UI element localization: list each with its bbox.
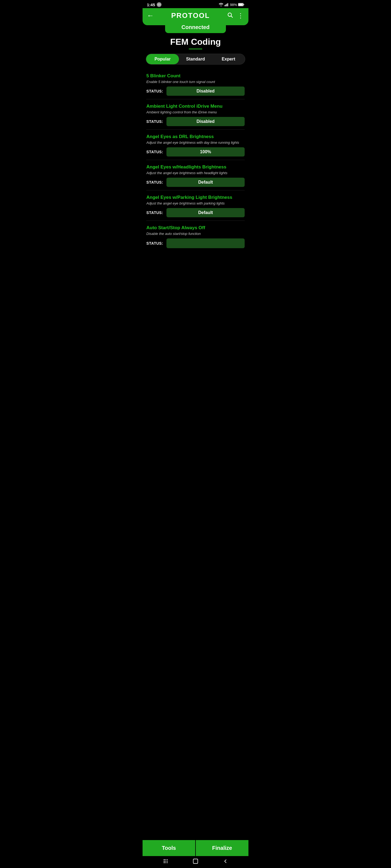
- status-label-2: STATUS:: [146, 119, 163, 124]
- svg-rect-5: [239, 3, 243, 6]
- feature-desc-2: Ambient lighting control from the iDrive…: [146, 110, 245, 114]
- status-row-1: STATUS: Disabled: [146, 87, 245, 96]
- back-nav-icon[interactable]: [222, 858, 228, 866]
- feature-desc-6: Disable the auto start/stop function: [146, 231, 245, 236]
- features-list: 5 Blinker Count Enable 5 blinker one tou…: [143, 67, 248, 279]
- signal-icon: [225, 3, 229, 6]
- feature-angel-eyes-headlights: Angel Eyes w/Headlights Brightness Adjus…: [146, 160, 245, 190]
- status-row-2: STATUS: Disabled: [146, 117, 245, 126]
- wifi-icon: [219, 3, 223, 6]
- finalize-button[interactable]: Finalize: [196, 840, 248, 856]
- home-icon[interactable]: [193, 858, 198, 866]
- status-value-2[interactable]: Disabled: [166, 117, 245, 126]
- svg-rect-2: [226, 4, 227, 6]
- header-icons: ⋮: [227, 12, 244, 20]
- nav-bar: [143, 856, 248, 868]
- svg-rect-3: [227, 3, 228, 6]
- status-label-1: STATUS:: [146, 89, 163, 93]
- status-row-5: STATUS: Default: [146, 208, 245, 217]
- battery-percentage: 98%: [230, 3, 237, 7]
- page-title-underline: [189, 49, 202, 50]
- svg-rect-0: [225, 5, 225, 6]
- tab-standard[interactable]: Standard: [179, 54, 212, 64]
- feature-angel-eyes-drl: Angel Eyes as DRL Brightness Adjust the …: [146, 130, 245, 160]
- status-row-6: STATUS:: [146, 239, 245, 248]
- back-button[interactable]: ←: [147, 11, 154, 20]
- more-options-icon[interactable]: ⋮: [237, 12, 244, 20]
- status-bar-left: 1:45 69: [147, 2, 162, 7]
- tabs-container: Popular Standard Expert: [146, 54, 245, 65]
- feature-title-6: Auto Start/Stop Always Off: [146, 225, 245, 230]
- status-value-6[interactable]: [166, 239, 245, 248]
- tab-popular[interactable]: Popular: [146, 54, 179, 64]
- feature-ambient-light: Ambient Light Control iDrive Menu Ambien…: [146, 99, 245, 130]
- svg-rect-6: [244, 4, 244, 5]
- feature-desc-1: Enable 5 blinker one touch turn signal c…: [146, 80, 245, 84]
- connected-badge-wrapper: Connected: [143, 22, 248, 33]
- svg-rect-1: [226, 4, 226, 6]
- tools-button[interactable]: Tools: [143, 840, 195, 856]
- recent-apps-icon[interactable]: [163, 858, 169, 866]
- tab-expert[interactable]: Expert: [212, 54, 245, 64]
- feature-title-1: 5 Blinker Count: [146, 73, 245, 79]
- status-value-4[interactable]: Default: [166, 178, 245, 187]
- app-title: PROTOOL: [171, 11, 210, 20]
- status-label-3: STATUS:: [146, 150, 163, 154]
- bottom-action-bar: Tools Finalize: [143, 840, 248, 856]
- feature-title-4: Angel Eyes w/Headlights Brightness: [146, 164, 245, 170]
- connected-badge: Connected: [165, 22, 226, 33]
- status-bar: 1:45 69 98%: [143, 0, 248, 8]
- status-label-5: STATUS:: [146, 211, 163, 215]
- notification-badge: 69: [157, 2, 162, 7]
- status-label-6: STATUS:: [146, 241, 163, 246]
- feature-angel-eyes-parking: Angel Eyes w/Parking Light Brightness Ad…: [146, 190, 245, 221]
- battery-icon: [238, 3, 244, 6]
- status-value-5[interactable]: Default: [166, 208, 245, 217]
- feature-auto-start-stop: Auto Start/Stop Always Off Disable the a…: [146, 221, 245, 251]
- status-value-1[interactable]: Disabled: [166, 87, 245, 96]
- search-icon[interactable]: [227, 12, 233, 20]
- feature-title-5: Angel Eyes w/Parking Light Brightness: [146, 195, 245, 200]
- status-row-4: STATUS: Default: [146, 178, 245, 187]
- feature-desc-4: Adjust the angel eye brightness with hea…: [146, 171, 245, 175]
- status-row-3: STATUS: 100%: [146, 147, 245, 156]
- feature-title-3: Angel Eyes as DRL Brightness: [146, 134, 245, 140]
- status-value-3[interactable]: 100%: [166, 147, 245, 156]
- feature-5-blinker-count: 5 Blinker Count Enable 5 blinker one tou…: [146, 69, 245, 99]
- feature-desc-3: Adjust the angel eye brightness with day…: [146, 141, 245, 145]
- page-title: FEM Coding: [143, 37, 248, 47]
- status-label-4: STATUS:: [146, 180, 163, 184]
- status-bar-right: 98%: [219, 3, 244, 7]
- svg-rect-15: [193, 859, 198, 864]
- feature-title-2: Ambient Light Control iDrive Menu: [146, 104, 245, 109]
- page-title-wrapper: FEM Coding: [143, 37, 248, 50]
- feature-desc-5: Adjust the angel eye brightness with par…: [146, 201, 245, 205]
- svg-line-8: [231, 16, 232, 18]
- status-time: 1:45: [147, 2, 155, 7]
